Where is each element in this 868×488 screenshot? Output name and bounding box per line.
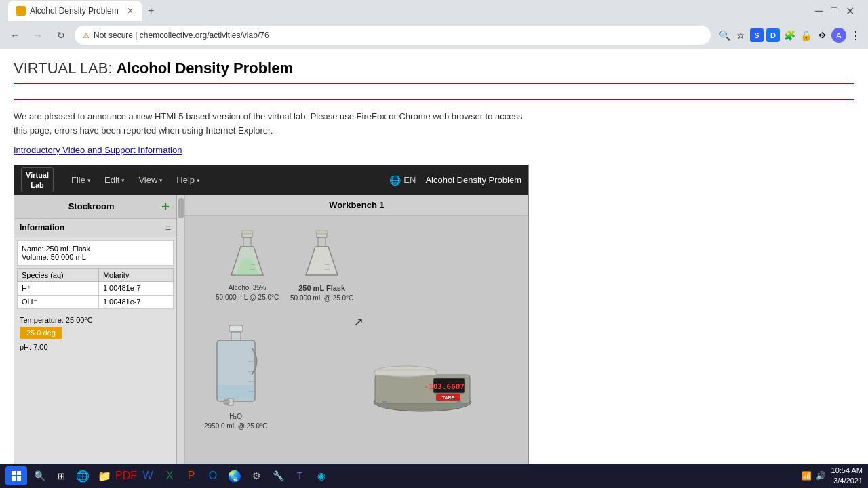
intro-link[interactable]: Introductory Video and Support Informati…	[14, 145, 182, 155]
taskbar-ppt[interactable]: P	[182, 466, 201, 485]
alcohol-flask-name: Alcohol 35% 50.000 mL @ 25.0°C	[216, 283, 279, 302]
col-species: Species (aq)	[18, 268, 99, 281]
taskbar-misc3[interactable]: ◉	[312, 466, 331, 485]
stockroom-header: Stockroom +	[14, 195, 176, 219]
language-button[interactable]: 🌐 EN	[389, 175, 416, 186]
taskbar-word[interactable]: W	[138, 466, 157, 485]
alcohol-flask[interactable]: Alcohol 35% 50.000 mL @ 25.0°C	[216, 229, 279, 302]
nav-file[interactable]: File▾	[64, 171, 98, 189]
new-tab-button[interactable]: +	[142, 1, 161, 20]
panel-scrollbar[interactable]	[177, 195, 185, 464]
bench-surface[interactable]: Alcohol 35% 50.000 mL @ 25.0°C	[185, 216, 528, 464]
minimize-button[interactable]: ─	[815, 5, 823, 18]
forward-button[interactable]: →	[28, 26, 47, 45]
nav-edit[interactable]: Edit▾	[98, 171, 132, 189]
ph-section: pH: 7.00	[14, 342, 176, 357]
address-bar[interactable]: ⚠ Not secure | chemcollective.org/activi…	[75, 26, 711, 45]
close-button[interactable]: ✕	[846, 5, 854, 18]
scroll-thumb[interactable]	[178, 198, 184, 218]
temperature-label: Temperature: 25.00°C	[20, 316, 171, 324]
info-menu-icon[interactable]: ≡	[165, 222, 171, 233]
svg-rect-36	[17, 476, 21, 481]
svg-text:-103.6607: -103.6607	[424, 382, 465, 391]
ext3-icon[interactable]: 🧩	[783, 28, 796, 42]
svg-rect-13	[229, 325, 243, 332]
search-icon[interactable]: 🔍	[717, 28, 731, 42]
ext5-icon[interactable]: ⚙	[815, 28, 829, 42]
workbench-area: Workbench 1	[185, 195, 528, 464]
star-icon[interactable]: ☆	[734, 28, 747, 42]
windows-logo-icon	[11, 470, 22, 481]
species-row: H⁺1.00481e-7	[18, 281, 174, 295]
empty-flask-svg	[300, 229, 344, 283]
temperature-button[interactable]: 25.0 deg	[20, 327, 62, 339]
edit-arrow: ▾	[121, 177, 125, 184]
back-button[interactable]: ←	[5, 26, 24, 45]
taskbar-misc2[interactable]: 🔧	[269, 466, 288, 485]
title-prefix: VIRTUAL LAB:	[14, 60, 117, 77]
tab-close-btn[interactable]: ✕	[127, 6, 134, 16]
taskbar: 🔍 ⊞ 🌐 📁 PDF W X P O 🌏 ⚙ 🔧 T ◉ 📶 🔊 10:54 …	[0, 464, 868, 488]
empty-flask[interactable]: 250 mL Flask 50.000 mL @ 25.0°C	[290, 229, 353, 303]
page-title: VIRTUAL LAB: Alcohol Density Problem	[14, 60, 854, 84]
species-cell: OH⁻	[18, 295, 99, 308]
stockroom-add-btn[interactable]: +	[161, 200, 170, 214]
stockroom-title: Stockroom	[68, 201, 115, 211]
wifi-icon[interactable]: 📶	[802, 471, 812, 481]
scale[interactable]: -103.6607 TARE	[368, 351, 477, 414]
clock-display[interactable]: 10:54 AM 3/4/2021	[831, 466, 863, 487]
taskbar-pdf[interactable]: PDF	[117, 466, 136, 485]
svg-text:TARE: TARE	[442, 395, 455, 400]
molarity-cell: 1.00481e-7	[98, 281, 173, 295]
file-arrow: ▾	[87, 177, 91, 184]
workbench-header: Workbench 1	[185, 195, 528, 216]
svg-rect-32	[456, 401, 462, 408]
start-button[interactable]	[5, 466, 27, 485]
water-jug-name: H₂O 2950.0 mL @ 25.0°C	[204, 412, 267, 431]
language-label: EN	[403, 175, 416, 185]
profile-icon[interactable]: A	[831, 28, 846, 43]
cursor: ↗	[353, 316, 361, 328]
species-cell: H⁺	[18, 281, 99, 295]
ph-label: pH: 7.00	[20, 343, 171, 351]
browser-tab[interactable]: Alcohol Density Problem ✕	[8, 1, 142, 21]
taskbar-chrome[interactable]: 🌏	[225, 466, 244, 485]
species-row: OH⁻1.00481e-7	[18, 295, 174, 308]
temperature-section: Temperature: 25.00°C 25.0 deg	[14, 312, 176, 342]
svg-rect-1	[243, 237, 251, 247]
ext4-icon[interactable]: 🔒	[799, 28, 812, 42]
menu-icon[interactable]: ⋮	[849, 28, 863, 42]
taskbar-ie[interactable]: 🌐	[73, 466, 92, 485]
nav-view[interactable]: View▾	[132, 171, 170, 189]
svg-rect-4	[241, 230, 253, 234]
tab-favicon	[16, 6, 26, 16]
vlab-navbar: Virtual Lab File▾ Edit▾ View▾ Help▾	[14, 165, 528, 195]
reload-button[interactable]: ↻	[52, 26, 71, 45]
time-label: 10:54 AM	[831, 466, 863, 476]
ext2-icon[interactable]: D	[766, 28, 780, 42]
search-taskbar-button[interactable]: 🔍	[30, 466, 49, 485]
maximize-button[interactable]: □	[831, 5, 837, 18]
ext1-icon[interactable]: S	[750, 28, 764, 42]
svg-rect-31	[382, 401, 387, 408]
svg-rect-34	[17, 471, 21, 475]
taskbar-excel[interactable]: X	[160, 466, 179, 485]
nav-menu: File▾ Edit▾ View▾ Help▾	[64, 171, 207, 189]
nav-help[interactable]: Help▾	[170, 171, 207, 189]
title-main: Alcohol Density Problem	[117, 60, 293, 77]
water-jug-svg	[209, 324, 263, 412]
globe-icon: 🌐	[389, 175, 401, 186]
water-jug[interactable]: H₂O 2950.0 mL @ 25.0°C	[204, 324, 267, 431]
taskbar-folder[interactable]: 📁	[95, 466, 114, 485]
taskview-button[interactable]: ⊞	[52, 466, 71, 485]
logo-line2: Lab	[26, 180, 49, 190]
volume-icon[interactable]: 🔊	[816, 471, 826, 481]
taskbar-misc1[interactable]: ⚙	[247, 466, 266, 485]
svg-rect-10	[316, 230, 328, 234]
taskbar-teams[interactable]: T	[290, 466, 309, 485]
flask-info-box: Name: 250 mL Flask Volume: 50.000 mL	[17, 240, 174, 266]
workbench-title: Workbench 1	[329, 200, 384, 210]
empty-flask-name: 250 mL Flask 50.000 mL @ 25.0°C	[290, 283, 353, 303]
help-arrow: ▾	[197, 177, 200, 184]
taskbar-outlook[interactable]: O	[203, 466, 222, 485]
